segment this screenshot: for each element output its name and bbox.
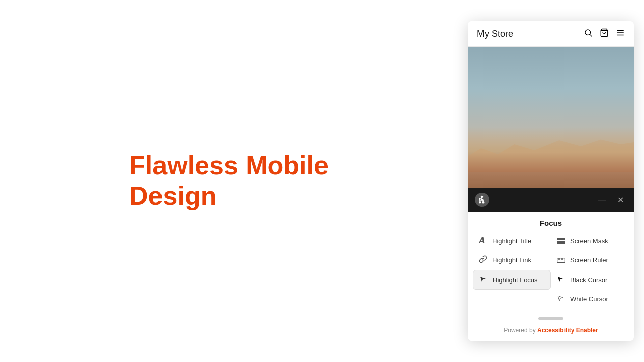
scroll-bar (538, 317, 564, 320)
hero-line1: Flawless Mobile (129, 151, 329, 180)
focus-panel: Focus A Highlight Title Screen Mask (468, 212, 634, 341)
screen-mask-svg (557, 238, 565, 244)
a11y-icon[interactable] (475, 193, 489, 207)
black-cursor-svg (557, 276, 564, 283)
hero-line2: Design (129, 181, 216, 210)
menu-svg (616, 28, 625, 37)
powered-by-text: Powered by (504, 327, 535, 334)
accessibility-enabler-link[interactable]: Accessibility Enabler (537, 327, 598, 334)
svg-rect-10 (557, 241, 565, 244)
phone-frame: My Store (468, 21, 634, 341)
ruler-svg (557, 258, 565, 263)
hero-text: Flawless Mobile Design (129, 151, 329, 211)
left-section: Flawless Mobile Design (0, 131, 458, 231)
store-name: My Store (477, 29, 513, 39)
link-svg (479, 255, 487, 263)
right-section: My Store (458, 11, 644, 351)
footer: Powered by Accessibility Enabler (468, 322, 634, 341)
svg-line-1 (590, 34, 592, 36)
white-cursor-item[interactable]: White Cursor (551, 290, 629, 308)
focus-panel-title: Focus (468, 212, 634, 231)
highlight-focus-label: Highlight Focus (493, 276, 538, 284)
svg-rect-9 (557, 238, 565, 240)
highlight-focus-item[interactable]: Highlight Focus (473, 270, 551, 290)
svg-point-6 (481, 196, 483, 198)
highlight-link-item[interactable]: Highlight Link (473, 250, 551, 270)
svg-point-8 (482, 202, 484, 203)
black-cursor-label: Black Cursor (570, 276, 607, 284)
header-icons (584, 28, 625, 39)
screen-ruler-icon (557, 256, 566, 264)
hero-image (468, 47, 634, 188)
cursor-svg (479, 276, 487, 283)
highlight-focus-icon (479, 276, 489, 284)
highlight-link-icon (479, 255, 488, 265)
wheelchair-icon (477, 195, 487, 204)
focus-grid: A Highlight Title Screen Mask (468, 231, 634, 313)
white-cursor-svg (557, 295, 564, 302)
svg-point-0 (585, 30, 591, 35)
white-cursor-label: White Cursor (570, 295, 608, 303)
svg-point-7 (479, 202, 481, 203)
search-svg (584, 28, 593, 37)
screen-mask-item[interactable]: Screen Mask (551, 231, 629, 250)
store-header: My Store (468, 21, 634, 47)
close-button[interactable]: ✕ (614, 194, 627, 206)
screen-mask-label: Screen Mask (570, 237, 608, 245)
black-cursor-icon (557, 276, 566, 284)
white-cursor-icon (557, 295, 566, 303)
cart-icon[interactable] (600, 28, 609, 39)
cart-svg (600, 28, 609, 37)
black-cursor-item[interactable]: Black Cursor (551, 270, 629, 290)
highlight-title-label: Highlight Title (492, 237, 531, 245)
highlight-title-icon: A (479, 236, 488, 245)
screen-ruler-item[interactable]: Screen Ruler (551, 250, 629, 270)
screen-mask-icon (557, 237, 566, 245)
menu-icon[interactable] (616, 28, 625, 39)
search-icon[interactable] (584, 28, 593, 39)
minimize-button[interactable]: — (595, 194, 609, 205)
a11y-controls: — ✕ (595, 194, 627, 206)
highlight-link-label: Highlight Link (492, 256, 531, 264)
scroll-indicator (468, 313, 634, 322)
accessibility-bar: — ✕ (468, 188, 634, 212)
highlight-title-item[interactable]: A Highlight Title (473, 231, 551, 250)
screen-ruler-label: Screen Ruler (570, 256, 608, 264)
